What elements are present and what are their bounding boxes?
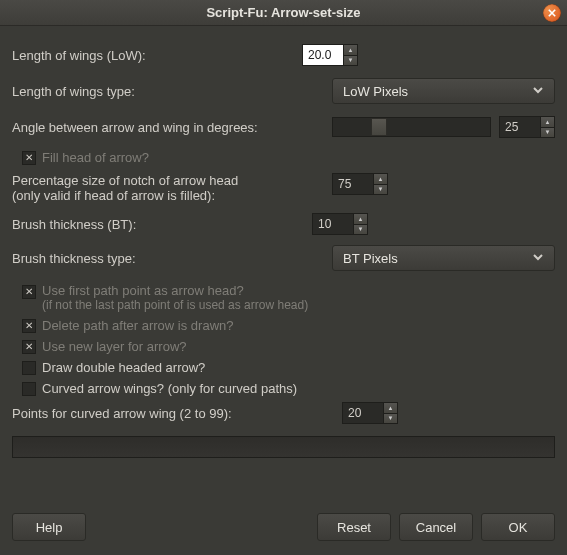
row-curved-wings: ✕ Curved arrow wings? (only for curved p… bbox=[22, 381, 555, 396]
double-headed-checkbox[interactable]: ✕ bbox=[22, 361, 36, 375]
first-path-point-label-line1: Use first path point as arrow head? bbox=[42, 283, 244, 298]
close-icon[interactable] bbox=[543, 4, 561, 22]
curved-wings-checkbox[interactable]: ✕ bbox=[22, 382, 36, 396]
curved-wings-label: Curved arrow wings? (only for curved pat… bbox=[42, 381, 297, 396]
brush-thickness-value[interactable]: 10 bbox=[313, 214, 353, 234]
bt-type-label: Brush thickness type: bbox=[12, 251, 332, 266]
spinner-down-icon[interactable]: ▼ bbox=[344, 56, 357, 66]
button-bar: Help Reset Cancel OK bbox=[12, 513, 555, 541]
dialog-content: Length of wings (LoW): 20.0 ▲ ▼ Length o… bbox=[0, 26, 567, 466]
angle-input[interactable]: 25 ▲ ▼ bbox=[499, 116, 555, 138]
progress-bar bbox=[12, 436, 555, 458]
row-bt-type: Brush thickness type: BT Pixels bbox=[12, 245, 555, 271]
delete-path-label: Delete path after arrow is drawn? bbox=[42, 318, 233, 333]
titlebar: Script-Fu: Arrow-set-size bbox=[0, 0, 567, 26]
notch-label-line1: Percentage size of notch of arrow head bbox=[12, 173, 238, 188]
first-path-point-label: Use first path point as arrow head? (if … bbox=[42, 283, 308, 312]
slider-knob[interactable] bbox=[371, 118, 387, 136]
bt-type-value: BT Pixels bbox=[343, 251, 398, 266]
button-spacer bbox=[94, 513, 309, 541]
row-double-headed: ✕ Draw double headed arrow? bbox=[22, 360, 555, 375]
row-new-layer: ✕ Use new layer for arrow? bbox=[22, 339, 555, 354]
spinner-up-icon[interactable]: ▲ bbox=[384, 403, 397, 414]
chevron-down-icon bbox=[532, 84, 544, 99]
length-of-wings-input[interactable]: 20.0 ▲ ▼ bbox=[302, 44, 358, 66]
length-of-wings-value[interactable]: 20.0 bbox=[303, 45, 343, 65]
angle-slider[interactable] bbox=[332, 117, 491, 137]
brush-thickness-input[interactable]: 10 ▲ ▼ bbox=[312, 213, 368, 235]
delete-path-checkbox[interactable]: ✕ bbox=[22, 319, 36, 333]
window-title: Script-Fu: Arrow-set-size bbox=[206, 5, 360, 20]
spinner-down-icon[interactable]: ▼ bbox=[541, 128, 554, 138]
spinner-down-icon[interactable]: ▼ bbox=[384, 414, 397, 424]
chevron-down-icon bbox=[532, 251, 544, 266]
points-input[interactable]: 20 ▲ ▼ bbox=[342, 402, 398, 424]
checkbox-group: ✕ Use first path point as arrow head? (i… bbox=[12, 283, 555, 396]
low-type-label: Length of wings type: bbox=[12, 84, 332, 99]
reset-button[interactable]: Reset bbox=[317, 513, 391, 541]
double-headed-label: Draw double headed arrow? bbox=[42, 360, 205, 375]
new-layer-checkbox[interactable]: ✕ bbox=[22, 340, 36, 354]
row-points: Points for curved arrow wing (2 to 99): … bbox=[12, 402, 555, 424]
spinner-up-icon[interactable]: ▲ bbox=[374, 174, 387, 185]
cancel-button[interactable]: Cancel bbox=[399, 513, 473, 541]
angle-value[interactable]: 25 bbox=[500, 117, 540, 137]
help-button[interactable]: Help bbox=[12, 513, 86, 541]
notch-value[interactable]: 75 bbox=[333, 174, 373, 194]
low-type-select[interactable]: LoW Pixels bbox=[332, 78, 555, 104]
row-delete-path: ✕ Delete path after arrow is drawn? bbox=[22, 318, 555, 333]
row-fill-head: ✕ Fill head of arrow? bbox=[22, 150, 555, 165]
row-first-path-point: ✕ Use first path point as arrow head? (i… bbox=[22, 283, 555, 312]
row-brush-thickness: Brush thickness (BT): 10 ▲ ▼ bbox=[12, 213, 555, 235]
row-low-type: Length of wings type: LoW Pixels bbox=[12, 78, 555, 104]
spinner-up-icon[interactable]: ▲ bbox=[354, 214, 367, 225]
spinner-down-icon[interactable]: ▼ bbox=[354, 225, 367, 235]
spinner-up-icon[interactable]: ▲ bbox=[541, 117, 554, 128]
points-value[interactable]: 20 bbox=[343, 403, 383, 423]
ok-button[interactable]: OK bbox=[481, 513, 555, 541]
fill-head-label: Fill head of arrow? bbox=[42, 150, 149, 165]
new-layer-label: Use new layer for arrow? bbox=[42, 339, 187, 354]
notch-input[interactable]: 75 ▲ ▼ bbox=[332, 173, 388, 195]
bt-type-select[interactable]: BT Pixels bbox=[332, 245, 555, 271]
brush-thickness-label: Brush thickness (BT): bbox=[12, 217, 312, 232]
spinner-down-icon[interactable]: ▼ bbox=[374, 185, 387, 195]
fill-head-checkbox[interactable]: ✕ bbox=[22, 151, 36, 165]
first-path-point-label-line2: (if not the last path point of is used a… bbox=[42, 298, 308, 312]
length-of-wings-label: Length of wings (LoW): bbox=[12, 48, 302, 63]
first-path-point-checkbox[interactable]: ✕ bbox=[22, 285, 36, 299]
row-notch: Percentage size of notch of arrow head (… bbox=[12, 173, 555, 203]
notch-label: Percentage size of notch of arrow head (… bbox=[12, 173, 332, 203]
points-label: Points for curved arrow wing (2 to 99): bbox=[12, 406, 342, 421]
angle-label: Angle between arrow and wing in degrees: bbox=[12, 120, 332, 135]
notch-label-line2: (only valid if head of arrow is filled): bbox=[12, 188, 215, 203]
low-type-value: LoW Pixels bbox=[343, 84, 408, 99]
spinner-up-icon[interactable]: ▲ bbox=[344, 45, 357, 56]
row-length-of-wings: Length of wings (LoW): 20.0 ▲ ▼ bbox=[12, 44, 555, 66]
row-angle: Angle between arrow and wing in degrees:… bbox=[12, 116, 555, 138]
